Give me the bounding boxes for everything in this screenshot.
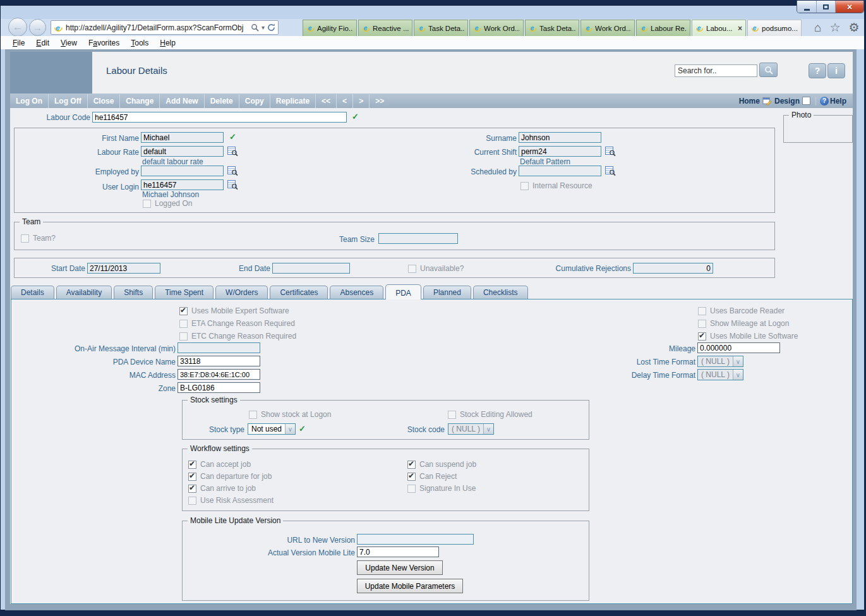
toolbar-replicate[interactable]: Replicate (270, 94, 315, 108)
show-stock-checkbox[interactable] (249, 411, 257, 419)
team-size-input[interactable] (378, 233, 458, 244)
can-accept-checkbox[interactable] (188, 461, 196, 469)
toolbar-copy[interactable]: Copy (239, 94, 270, 108)
lookup-icon[interactable] (227, 180, 238, 190)
help-link[interactable]: Help (830, 97, 846, 106)
chevron-down-icon[interactable]: ▾ (262, 24, 265, 31)
browser-tab-active[interactable]: e Labou... × (692, 20, 746, 36)
browser-tab[interactable]: e Work Ord... (580, 20, 635, 36)
employed-by-input[interactable] (141, 166, 224, 176)
actual-version-input[interactable] (357, 547, 439, 557)
toolbar-prev[interactable]: < (336, 94, 352, 108)
can-arrive-checkbox[interactable] (188, 485, 196, 493)
forward-button[interactable]: → (29, 19, 46, 36)
toolbar-add-new[interactable]: Add New (159, 94, 203, 108)
info-button[interactable]: i (827, 63, 845, 78)
toolbar-first[interactable]: << (315, 94, 336, 108)
toolbar-delete[interactable]: Delete (204, 94, 239, 108)
cumulative-rejections-input[interactable] (633, 263, 713, 274)
toolbar-last[interactable]: >> (369, 94, 390, 108)
browser-tab[interactable]: e Agility Fio... (303, 20, 357, 36)
on-air-input[interactable] (177, 342, 260, 353)
current-shift-input[interactable] (519, 146, 601, 157)
menu-edit[interactable]: Edit (30, 39, 55, 47)
browser-tab[interactable]: e Task Deta... (414, 20, 468, 36)
uses-mobile-expert-checkbox[interactable] (179, 307, 188, 315)
stock-editing-checkbox[interactable] (448, 411, 456, 419)
url-new-version-input[interactable] (357, 534, 474, 545)
lookup-icon[interactable] (605, 166, 616, 176)
menu-tools[interactable]: Tools (125, 39, 154, 47)
browser-tab[interactable]: e Labour Re... (636, 20, 690, 36)
browser-tab[interactable]: e Work Ord... (469, 20, 524, 36)
design-link[interactable]: Design (774, 97, 800, 106)
home-icon[interactable]: ⌂ (814, 20, 821, 35)
tab-time-spent[interactable]: Time Spent (155, 286, 213, 299)
etc-change-checkbox[interactable] (179, 332, 188, 341)
toolbar-log-on[interactable]: Log On (10, 94, 48, 108)
minimize-button[interactable] (797, 1, 816, 13)
can-reject-checkbox[interactable] (407, 473, 416, 481)
address-bar[interactable]: e http://azdell/Agility71/DetailForm.asp… (51, 20, 279, 35)
lost-time-format-select[interactable]: ( NULL ) ∨ (697, 356, 743, 367)
toolbar-log-off[interactable]: Log Off (48, 94, 87, 108)
lookup-icon[interactable] (227, 166, 238, 176)
back-button[interactable]: ← (8, 18, 27, 37)
logged-on-checkbox[interactable] (143, 200, 151, 208)
star-icon[interactable]: ☆ (829, 20, 840, 35)
browser-tab[interactable]: e podsumo... (747, 20, 802, 36)
labour-rate-input[interactable] (141, 146, 224, 157)
browser-tab[interactable]: e Reactive ... (358, 20, 412, 36)
toolbar-close[interactable]: Close (87, 94, 120, 108)
can-suspend-checkbox[interactable] (407, 461, 416, 469)
end-date-input[interactable] (272, 263, 350, 274)
unavailable-checkbox[interactable] (408, 265, 416, 273)
home-link[interactable]: Home (739, 97, 760, 106)
signature-in-use-checkbox[interactable] (407, 485, 416, 493)
update-new-version-button[interactable]: Update New Version (357, 560, 443, 575)
barcode-reader-checkbox[interactable] (698, 307, 706, 315)
search-icon[interactable] (251, 23, 259, 32)
internal-resource-checkbox[interactable] (520, 182, 529, 190)
url-text[interactable]: http://azdell/Agility71/DetailForm.aspx?… (66, 23, 248, 32)
show-mileage-checkbox[interactable] (698, 320, 706, 328)
risk-assessment-checkbox[interactable] (188, 497, 196, 505)
tab-planned[interactable]: Planned (423, 286, 471, 299)
lookup-icon[interactable] (605, 147, 616, 157)
team-checkbox[interactable] (21, 234, 29, 243)
menu-view[interactable]: View (55, 39, 83, 47)
stock-code-select[interactable]: ( NULL ) ∨ (448, 423, 494, 435)
menu-file[interactable]: File (7, 39, 30, 47)
search-button[interactable] (759, 63, 778, 77)
menu-favorites[interactable]: Favorites (83, 39, 125, 47)
help-button[interactable]: ? (809, 63, 826, 78)
first-name-input[interactable] (141, 132, 224, 143)
mileage-input[interactable] (697, 342, 780, 353)
tab-checklists[interactable]: Checklists (473, 286, 528, 299)
can-departure-checkbox[interactable] (188, 473, 196, 481)
design-checkbox[interactable] (802, 97, 810, 105)
stock-type-select[interactable]: Not used ∨ (248, 423, 296, 435)
user-login-input[interactable] (141, 179, 224, 190)
search-input[interactable] (675, 64, 757, 77)
update-mobile-parameters-button[interactable]: Update Mobile Parameters (357, 579, 463, 593)
scheduled-by-input[interactable] (519, 166, 601, 176)
labour-code-input[interactable] (92, 112, 347, 123)
uses-mobile-lite-checkbox[interactable] (698, 332, 706, 341)
tab-availability[interactable]: Availability (56, 286, 112, 299)
zone-input[interactable] (177, 382, 260, 393)
restore-button[interactable] (816, 1, 835, 13)
eta-change-checkbox[interactable] (179, 320, 188, 328)
tab-worders[interactable]: W/Orders (215, 286, 268, 299)
refresh-icon[interactable] (267, 23, 275, 32)
close-button[interactable]: × (835, 1, 863, 13)
mac-address-input[interactable] (177, 369, 260, 380)
browser-tab[interactable]: e Task Deta... (525, 20, 579, 36)
delay-time-format-select[interactable]: ( NULL ) ∨ (697, 369, 743, 380)
surname-input[interactable] (519, 132, 601, 143)
tab-details[interactable]: Details (11, 286, 54, 299)
close-tab-icon[interactable]: × (738, 24, 742, 33)
tab-certificates[interactable]: Certificates (270, 286, 328, 299)
tab-shifts[interactable]: Shifts (114, 286, 153, 299)
menu-help[interactable]: Help (154, 39, 181, 47)
